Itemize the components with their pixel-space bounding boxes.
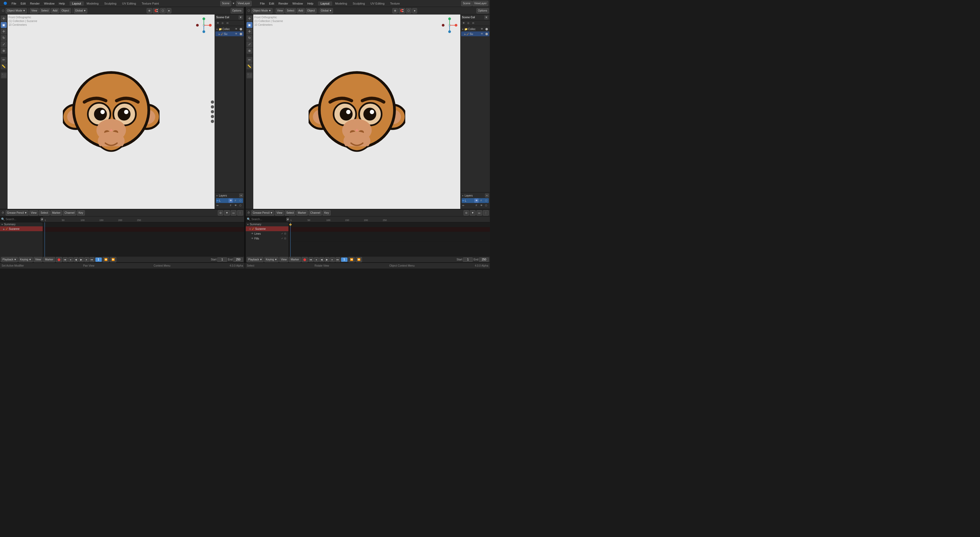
tab-modeling[interactable]: Modeling xyxy=(84,2,102,6)
outliner-select-icon[interactable]: ⊙ xyxy=(221,21,225,25)
measure-tool[interactable]: 📏 xyxy=(1,64,7,69)
outliner-select-icon-r[interactable]: ⊙ xyxy=(466,21,471,25)
tl-channel-btn-r[interactable]: Channel xyxy=(309,210,322,216)
sub-track-more-lines[interactable]: ⊡ xyxy=(284,232,286,235)
layer-row-2[interactable]: ✏ F 👁 ⬡ xyxy=(216,203,243,208)
scale-tool-r[interactable]: ⤢ xyxy=(247,41,253,47)
search-input-left[interactable] xyxy=(6,218,40,221)
tl-sync-r[interactable]: ⚏ xyxy=(476,210,482,216)
outliner-filter[interactable]: ▼ xyxy=(239,15,243,20)
viewlayer-selector[interactable]: ViewLayer xyxy=(236,1,252,6)
tab-uv-editing[interactable]: UV Editing xyxy=(119,2,138,6)
layers-expand[interactable] xyxy=(216,194,218,197)
side-btn-5[interactable] xyxy=(211,120,214,123)
shading-btn[interactable]: ● xyxy=(167,8,171,13)
scene-selector-r[interactable]: Scene xyxy=(461,1,472,6)
move-tool-r[interactable]: ✛ xyxy=(247,29,253,34)
outliner-hide-icon-r[interactable]: H xyxy=(471,21,476,25)
shading-btn-r[interactable]: ● xyxy=(412,8,417,13)
cursor-tool-r[interactable]: ✛ xyxy=(247,16,253,21)
add-layer-btn-r[interactable]: + xyxy=(485,194,489,197)
outliner-object-su-r[interactable]: 🖊 Su 👁 ⬤ xyxy=(461,32,489,36)
add-menu-r[interactable]: Add xyxy=(297,8,305,13)
tl-view-btn-r[interactable]: View xyxy=(275,210,284,216)
sub-track-lines[interactable]: 👁 Lines ✓ ⊡ xyxy=(246,231,288,236)
summary-row-right[interactable]: Summary xyxy=(246,222,288,226)
rotate-tool[interactable]: ↻ xyxy=(1,35,7,41)
play-btn-right[interactable]: ▶ xyxy=(325,257,329,262)
timeline-tracks-right[interactable]: 1 50 100 150 200 250 xyxy=(289,216,490,257)
layer-eye-1-r[interactable]: 👁 xyxy=(474,199,479,203)
timeline-tracks-left[interactable]: 1 50 100 150 200 250 xyxy=(43,216,244,257)
tab-sculpting-r[interactable]: Sculpting xyxy=(350,2,368,6)
cursor-tool[interactable]: ✛ xyxy=(1,16,7,21)
side-btn-1[interactable] xyxy=(211,100,214,104)
tl-key-btn[interactable]: Key xyxy=(77,210,84,216)
add-menu[interactable]: Add xyxy=(51,8,59,13)
collection-row-r[interactable]: 📁 Collec 👁 ⬤ xyxy=(461,27,489,32)
obj-expand-r[interactable] xyxy=(465,32,466,35)
add-layer-btn[interactable]: + xyxy=(239,194,243,197)
summary-expand[interactable] xyxy=(1,223,3,226)
play-reverse-btn-left[interactable]: ◀ xyxy=(73,257,78,262)
transform-pivot[interactable]: ⊕ xyxy=(146,8,152,13)
add-cube-tool-r[interactable]: ⬛ xyxy=(247,73,253,78)
summary-expand-r[interactable] xyxy=(247,223,249,226)
end-frame-input-right[interactable] xyxy=(479,257,489,262)
obj-render[interactable]: ⬤ xyxy=(239,32,243,36)
keying-marker-btn-r[interactable]: Marker xyxy=(289,257,301,262)
sub-track-lock-fills[interactable]: ✓ xyxy=(281,237,283,240)
play-reverse-btn-right[interactable]: ◀ xyxy=(319,257,324,262)
select-menu-r[interactable]: Select xyxy=(285,8,296,13)
add-cube-tool[interactable]: ⬛ xyxy=(1,73,7,78)
jump-start-btn-left[interactable]: ⏮ xyxy=(63,257,68,262)
jump-marker-l[interactable]: ⏪ xyxy=(103,257,109,262)
select-tool[interactable]: ▣ xyxy=(1,22,7,28)
tl-mode-dropdown-r[interactable]: Grease Pencil ▼ xyxy=(251,210,274,216)
transform-tool[interactable]: ⊕ xyxy=(1,48,7,54)
jump-start-btn-right[interactable]: ⏮ xyxy=(309,257,313,262)
play-btn-left[interactable]: ▶ xyxy=(79,257,84,262)
layer-more-2-r[interactable]: ⬡ xyxy=(484,203,488,208)
object-mode-dropdown-r[interactable]: Object Mode ▼ xyxy=(251,8,273,13)
jump-marker-l-r[interactable]: ⏪ xyxy=(348,257,355,262)
record-btn-left[interactable]: ⬤ xyxy=(56,257,62,262)
record-btn-right[interactable]: ⬤ xyxy=(302,257,308,262)
track-suzanne-r[interactable]: 🖊 Suzanne xyxy=(246,226,288,231)
track-expand[interactable] xyxy=(3,227,5,230)
layers-expand-r[interactable] xyxy=(462,194,464,197)
outliner-view-icon[interactable]: 👁 xyxy=(216,21,220,25)
obj-render-r[interactable]: ⬤ xyxy=(485,32,489,36)
layer-lock-2-r[interactable]: 👁 xyxy=(479,203,484,208)
collection-expand[interactable] xyxy=(216,28,218,30)
menu-blender-icon[interactable]: 🔵 xyxy=(2,1,9,6)
layer-more-1[interactable]: ⬡ xyxy=(238,199,242,203)
move-tool[interactable]: ✛ xyxy=(1,29,7,34)
menu-file-r[interactable]: File xyxy=(258,2,267,6)
search-input-right[interactable] xyxy=(251,218,285,221)
sub-track-more-fills[interactable]: ⊡ xyxy=(284,237,286,240)
outliner-object-su[interactable]: 🖊 Su 👁 ⬤ xyxy=(215,32,243,36)
layer-row-2-r[interactable]: ✏ F 👁 ⬡ xyxy=(462,203,489,208)
layer-more-2[interactable]: ⬡ xyxy=(238,203,242,208)
menu-file[interactable]: File xyxy=(10,2,18,6)
tab-layout-r[interactable]: Layout xyxy=(318,2,332,6)
tab-layout[interactable]: Layout xyxy=(70,2,84,6)
prev-frame-btn-right[interactable]: ◂ xyxy=(314,257,319,262)
layer-eye-2[interactable]: F xyxy=(229,203,233,208)
menu-edit-r[interactable]: Edit xyxy=(267,2,276,6)
playback-dropdown-left[interactable]: Playback ▼ xyxy=(1,257,18,262)
tl-marker-btn-r[interactable]: Marker xyxy=(296,210,308,216)
tl-filter-1-r[interactable]: ⊙ xyxy=(463,210,469,216)
tl-filter-1[interactable]: ⊙ xyxy=(218,210,223,216)
object-menu[interactable]: Object xyxy=(60,8,71,13)
viewlayer-selector-r[interactable]: ViewLayer xyxy=(473,1,488,6)
layer-more-1-r[interactable]: ⬡ xyxy=(484,199,488,203)
layer-row-1[interactable]: ✏ L 👁 F ⬡ xyxy=(216,198,243,203)
collection-expand-r[interactable] xyxy=(462,28,464,30)
layer-lock-1-r[interactable]: F xyxy=(479,199,484,203)
gizmo-right[interactable] xyxy=(442,17,458,33)
keying-dropdown-left[interactable]: Keying ▼ xyxy=(19,257,32,262)
side-btn-4[interactable] xyxy=(211,115,214,118)
annotate-tool[interactable]: ✏ xyxy=(1,57,7,63)
